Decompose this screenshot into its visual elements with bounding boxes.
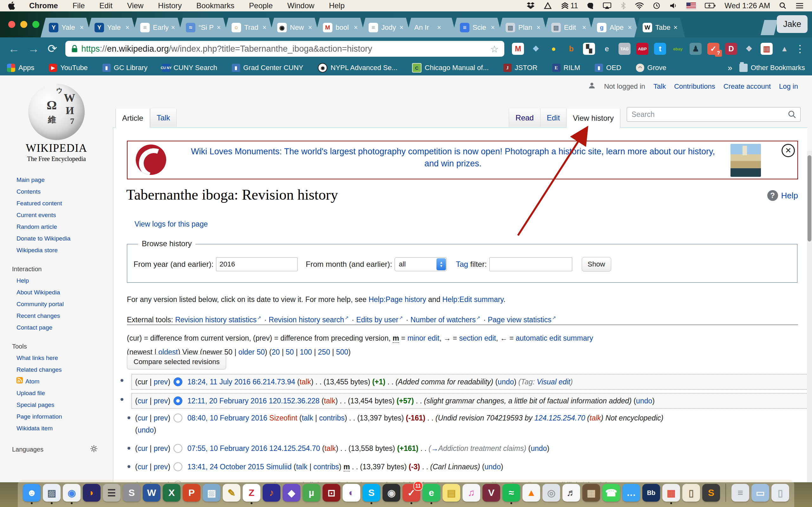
wiki-link[interactable]: talk xyxy=(300,378,311,386)
wiki-link[interactable]: undo xyxy=(531,444,547,452)
browser-tab[interactable]: YYale× xyxy=(86,18,137,38)
wiki-link[interactable]: 08:40, 10 February 2016 xyxy=(188,414,267,422)
dictionary-ext-icon[interactable]: ▥ xyxy=(761,43,773,55)
browser-tab[interactable]: ≡Jody× xyxy=(360,18,411,38)
wiki-link[interactable]: 50 xyxy=(286,348,294,356)
itunes-icon[interactable]: ♫ xyxy=(462,484,480,502)
other-bookmarks-button[interactable]: Other Bookmarks xyxy=(740,64,805,72)
wiki-link[interactable]: talk xyxy=(324,397,335,405)
sidebar-link[interactable]: Related changes xyxy=(16,364,113,376)
wiki-link[interactable]: Sizeofint xyxy=(269,414,297,422)
wiki-link[interactable]: 120.152.36.228 xyxy=(269,397,319,405)
wiki-link[interactable]: Visual edit xyxy=(537,378,570,386)
bing-ext-icon[interactable]: b xyxy=(565,43,577,55)
browser-tab[interactable]: Mbool× xyxy=(315,18,365,38)
dice-app-icon[interactable]: ⊡ xyxy=(322,484,340,502)
wiki-link[interactable]: undo xyxy=(138,426,154,434)
bookmark-item[interactable]: JJSTOR xyxy=(503,64,538,72)
stickies-icon[interactable]: ▤ xyxy=(443,484,460,502)
new-tab-button[interactable] xyxy=(761,20,778,35)
menu-item-people[interactable]: People xyxy=(249,1,273,10)
zotero-icon[interactable]: Z xyxy=(243,484,260,502)
browser-tab[interactable]: YYale× xyxy=(41,18,91,38)
stack-icon[interactable]: 11 xyxy=(561,2,578,10)
ebay-ext-icon[interactable]: ebay xyxy=(672,43,684,55)
wiki-link[interactable]: contribs xyxy=(319,414,345,422)
profile-button[interactable]: Jake xyxy=(777,15,808,33)
compare-revisions-button[interactable]: Compare selected revisions xyxy=(127,354,226,370)
tab-talk[interactable]: Talk xyxy=(150,109,177,127)
month-select[interactable]: all ▲▼ xyxy=(395,257,447,271)
wiki-link[interactable]: undo xyxy=(636,397,652,405)
photos-app-icon[interactable]: ▨ xyxy=(203,484,220,502)
wiki-link[interactable]: contribs xyxy=(313,463,339,471)
wiki-loves-monuments-banner[interactable]: Wiki Loves Monuments: The world's larges… xyxy=(127,141,798,179)
todoist-ext-icon[interactable]: ✓? xyxy=(707,43,719,55)
languages-gear-icon[interactable] xyxy=(90,445,98,454)
sidebar-link[interactable]: About Wikipedia xyxy=(16,286,113,298)
wiki-link[interactable]: cur xyxy=(138,414,148,422)
revision-radio[interactable] xyxy=(173,462,183,471)
wiki-link[interactable]: cur xyxy=(138,444,148,452)
tab-close-icon[interactable]: × xyxy=(171,23,175,32)
wiki-link[interactable]: talk xyxy=(302,414,313,422)
bookmark-star-icon[interactable]: ☆ xyxy=(490,43,499,55)
menu-item-file[interactable]: File xyxy=(72,1,85,10)
wiki-link[interactable]: Revision history search xyxy=(269,316,344,324)
year-input[interactable] xyxy=(216,257,298,271)
sidebar-link[interactable]: Atom xyxy=(16,376,113,387)
banner-text[interactable]: Wiki Loves Monuments: The world's larges… xyxy=(185,146,721,170)
wiki-link[interactable]: cur xyxy=(138,397,148,405)
wiki-link[interactable]: section edit xyxy=(459,334,496,342)
tab-close-icon[interactable]: × xyxy=(437,23,441,32)
wiki-link[interactable]: talk xyxy=(590,414,601,422)
wiki-link[interactable]: talk xyxy=(296,463,307,471)
menu-item-bookmarks[interactable]: Bookmarks xyxy=(196,1,235,10)
drumpf-ext-icon[interactable]: D xyxy=(725,43,737,55)
tab-close-icon[interactable]: × xyxy=(217,23,221,32)
user-link[interactable]: Create account xyxy=(723,82,771,91)
bookmark-item[interactable]: ◠Grove xyxy=(636,64,666,72)
time-machine-icon[interactable] xyxy=(653,2,660,9)
audacity-icon[interactable]: ♪ xyxy=(263,484,281,502)
address-bar[interactable]: https://en.wikipedia.org/w/index.php?tit… xyxy=(65,41,504,57)
drive-grey-ext-icon[interactable]: ▲ xyxy=(778,43,791,55)
wiki-link[interactable]: Simuliid xyxy=(266,463,292,471)
revision-radio[interactable] xyxy=(173,377,183,386)
tab-close-icon[interactable]: × xyxy=(491,23,495,32)
disc-icon[interactable]: ◎ xyxy=(542,484,560,502)
revision-radio[interactable] xyxy=(173,396,183,405)
todoist-icon[interactable]: ✓11 xyxy=(403,484,420,502)
wiki-link[interactable]: 07:55, 10 February 2016 xyxy=(188,444,267,452)
user-link[interactable]: Contributions xyxy=(674,82,715,91)
apple-menu-icon[interactable] xyxy=(8,2,15,10)
sidebar-link[interactable]: Upload file xyxy=(16,387,113,399)
banner-close-icon[interactable]: ✕ xyxy=(781,144,795,157)
browser-tab[interactable]: ▨Plan× xyxy=(497,18,548,38)
search-icon[interactable] xyxy=(788,110,797,119)
tab-close-icon[interactable]: × xyxy=(80,23,84,32)
trash-icon[interactable]: ▯ xyxy=(771,484,789,502)
keyboard-flag-icon[interactable] xyxy=(687,3,696,9)
wiki-link[interactable]: prev xyxy=(154,378,168,386)
search-input[interactable] xyxy=(631,110,788,119)
reload-button[interactable]: ⟳ xyxy=(48,43,57,55)
wiki-link[interactable]: 18:24, 11 July 2016 xyxy=(188,378,251,386)
airplay-icon[interactable] xyxy=(603,2,612,9)
sheet-music-icon[interactable]: ♬ xyxy=(562,484,580,502)
wiki-link[interactable]: 100 xyxy=(300,348,312,356)
sidebar-link[interactable]: Wikipedia store xyxy=(16,244,113,256)
twitter-ext-icon[interactable]: t xyxy=(654,43,666,55)
wikipedia-globe-logo[interactable]: ΩWИ 維7ウ xyxy=(28,83,85,140)
bookmark-item[interactable]: ◉NYPL Advanced Se... xyxy=(318,63,397,72)
wiki-link[interactable]: → xyxy=(431,444,438,452)
wiki-link[interactable]: 12:11, 20 February 2016 xyxy=(188,397,267,405)
tab-read[interactable]: Read xyxy=(509,109,540,127)
revision-radio[interactable] xyxy=(173,413,183,422)
forward-button[interactable]: → xyxy=(28,43,39,55)
purple-app-icon[interactable]: ◆ xyxy=(283,484,300,502)
wiki-link[interactable]: 66.214.73.94 xyxy=(252,378,295,386)
wiki-link[interactable]: 250 xyxy=(318,348,330,356)
wiki-search-box[interactable] xyxy=(627,107,801,122)
wiki-link[interactable]: cur xyxy=(138,463,148,471)
